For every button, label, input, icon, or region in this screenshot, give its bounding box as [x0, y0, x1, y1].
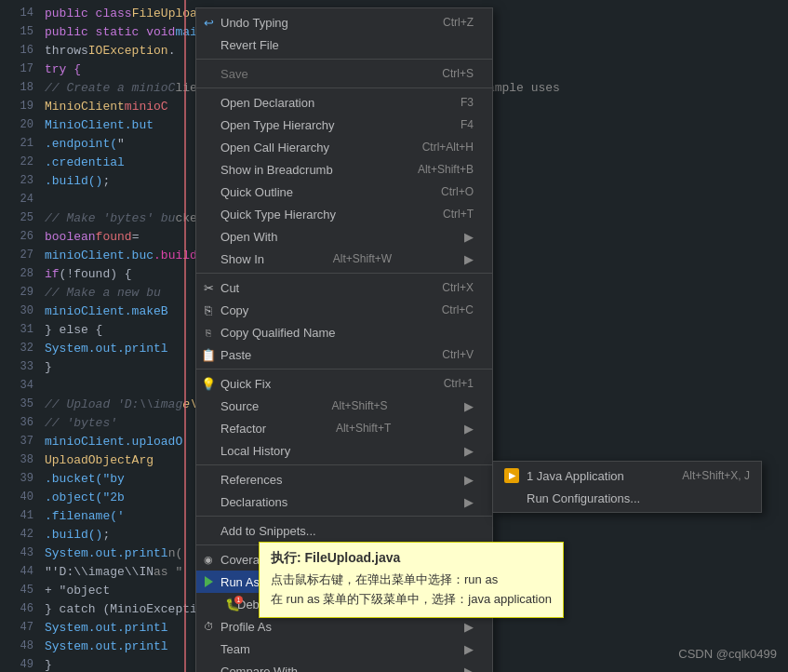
menu-item-shortcut: Ctrl+O [441, 185, 474, 198]
menu-separator [196, 516, 492, 517]
menu-item-label: Local History [220, 444, 290, 458]
menu-item-cut[interactable]: ✂ Cut Ctrl+X [196, 276, 492, 299]
menu-item-declarations[interactable]: Declarations ▶ [196, 491, 492, 513]
menu-item-shortcut: Alt+Shift+T [336, 422, 391, 435]
menu-item-open-declaration[interactable]: Open Declaration F3 [196, 91, 492, 114]
menu-item-compare-with[interactable]: Compare With ▶ [196, 660, 492, 672]
menu-item-quick-outline[interactable]: Quick Outline Ctrl+O [196, 181, 492, 203]
menu-item-shortcut: Ctrl+C [442, 303, 474, 316]
menu-item-label: Declarations [220, 495, 287, 509]
menu-item-label: Quick Fix [220, 377, 271, 391]
menu-item-shortcut: Ctrl+Alt+H [422, 141, 474, 154]
menu-item-label: Profile As [220, 620, 272, 634]
menu-item-refactor[interactable]: Refactor Alt+Shift+T ▶ [196, 417, 492, 439]
debug-icon: 🐛 1 [224, 598, 241, 612]
menu-item-label: Open Type Hierarchy [220, 118, 335, 132]
tooltip-box: 执行: FileUpload.java 点击鼠标右键，在弹出菜单中选择：run … [259, 542, 564, 618]
submenu-item-label: Run Configurations... [527, 491, 640, 505]
menu-item-label: Paste [220, 348, 251, 362]
menu-item-shortcut: Ctrl+Z [443, 16, 474, 29]
menu-item-label: Copy Qualified Name [220, 326, 336, 340]
menu-item-label: Open Call Hierarchy [220, 141, 329, 155]
tooltip-line1: 点击鼠标右键，在弹出菜单中选择：run as [271, 571, 552, 590]
menu-item-profile-as[interactable]: ⏱ Profile As ▶ [196, 615, 492, 638]
menu-item-shortcut: Alt+Shift+W [333, 252, 392, 265]
tooltip-title: 执行: FileUpload.java [271, 550, 552, 567]
menu-separator [196, 273, 492, 274]
submenu-item-label: 1 Java Application [527, 469, 624, 483]
menu-item-show-in[interactable]: Show In Alt+Shift+W ▶ [196, 248, 492, 270]
menu-item-shortcut: Alt+Shift+S [332, 399, 388, 412]
menu-item-shortcut: Ctrl+X [442, 281, 474, 294]
menu-item-undo-typing[interactable]: ↩ Undo Typing Ctrl+Z [196, 11, 492, 34]
undo-icon: ↩ [200, 16, 217, 30]
run-as-submenu: ▶ 1 Java Application Alt+Shift+X, J Run … [492, 461, 762, 513]
submenu-arrow: ▶ [464, 620, 474, 634]
menu-item-local-history[interactable]: Local History ▶ [196, 439, 492, 462]
menu-item-label: Cut [220, 281, 239, 295]
menu-item-shortcut: F4 [461, 118, 474, 131]
menu-item-team[interactable]: Team ▶ [196, 638, 492, 660]
menu-separator [196, 369, 492, 370]
watermark-text: CSDN @cqlk0499 [678, 647, 777, 661]
menu-item-shortcut: Ctrl+V [442, 348, 474, 361]
menu-item-label: Open With [220, 230, 277, 244]
menu-item-label: Run As [220, 575, 260, 589]
submenu-arrow: ▶ [464, 422, 474, 436]
menu-item-open-type-hierarchy[interactable]: Open Type Hierarchy F4 [196, 114, 492, 136]
menu-item-add-snippets[interactable]: Add to Snippets... [196, 519, 492, 542]
quick-fix-icon: 💡 [200, 377, 217, 391]
menu-item-quick-fix[interactable]: 💡 Quick Fix Ctrl+1 [196, 372, 492, 395]
menu-item-label: Open Declaration [220, 96, 314, 110]
menu-item-label: Add to Snippets... [220, 524, 316, 538]
menu-item-label: References [220, 473, 282, 487]
menu-item-label: Show In [220, 252, 264, 266]
menu-item-shortcut: Alt+Shift+B [418, 163, 474, 176]
menu-item-save[interactable]: Save Ctrl+S [196, 62, 492, 85]
submenu-arrow: ▶ [464, 252, 474, 266]
menu-item-open-call-hierarchy[interactable]: Open Call Hierarchy Ctrl+Alt+H [196, 136, 492, 158]
menu-item-label: Quick Type Hierarchy [220, 208, 336, 222]
menu-item-shortcut: Ctrl+1 [444, 377, 474, 390]
submenu-arrow: ▶ [464, 399, 474, 413]
menu-item-revert-file[interactable]: Revert File [196, 34, 492, 56]
submenu-item-java-app[interactable]: ▶ 1 Java Application Alt+Shift+X, J [493, 464, 761, 487]
menu-item-open-with[interactable]: Open With ▶ [196, 225, 492, 248]
menu-item-label: Compare With [220, 665, 298, 673]
run-icon [200, 576, 217, 587]
menu-item-label: Copy [220, 303, 248, 317]
java-app-icon: ▶ [504, 468, 519, 483]
tooltip-line2: 在 run as 菜单的下级菜单中，选择：java application [271, 590, 552, 610]
copy-qualified-icon: ⎘ [200, 328, 217, 338]
menu-item-label: Refactor [220, 422, 266, 436]
submenu-arrow: ▶ [464, 444, 474, 458]
menu-item-label: Revert File [220, 38, 279, 52]
menu-item-copy-qualified[interactable]: ⎘ Copy Qualified Name [196, 321, 492, 343]
submenu-item-run-configs[interactable]: Run Configurations... [493, 487, 761, 509]
menu-item-paste[interactable]: 📋 Paste Ctrl+V [196, 343, 492, 366]
menu-item-label: Save [220, 67, 248, 81]
submenu-arrow: ▶ [464, 230, 474, 244]
submenu-item-shortcut: Alt+Shift+X, J [682, 469, 750, 482]
menu-item-label: Quick Outline [220, 185, 293, 199]
submenu-arrow: ▶ [464, 642, 474, 656]
red-line-indicator [184, 0, 186, 672]
menu-separator [196, 87, 492, 88]
paste-icon: 📋 [200, 348, 217, 362]
menu-separator [196, 464, 492, 465]
menu-item-quick-type-hierarchy[interactable]: Quick Type Hierarchy Ctrl+T [196, 203, 492, 225]
cut-icon: ✂ [200, 281, 217, 295]
tooltip-body: 点击鼠标右键，在弹出菜单中选择：run as 在 run as 菜单的下级菜单中… [271, 571, 552, 610]
menu-item-references[interactable]: References ▶ [196, 468, 492, 491]
menu-item-shortcut: Ctrl+S [442, 67, 474, 80]
coverage-icon: ◉ [200, 554, 217, 566]
copy-icon: ⎘ [200, 303, 217, 317]
menu-item-show-breadcrumb[interactable]: Show in Breadcrumb Alt+Shift+B [196, 158, 492, 181]
submenu-arrow: ▶ [464, 473, 474, 487]
menu-item-copy[interactable]: ⎘ Copy Ctrl+C [196, 299, 492, 321]
menu-item-label: Team [220, 642, 250, 656]
menu-item-label: Show in Breadcrumb [220, 163, 333, 177]
watermark: CSDN @cqlk0499 [678, 647, 777, 661]
menu-item-label: Undo Typing [220, 16, 288, 30]
menu-item-source[interactable]: Source Alt+Shift+S ▶ [196, 395, 492, 417]
